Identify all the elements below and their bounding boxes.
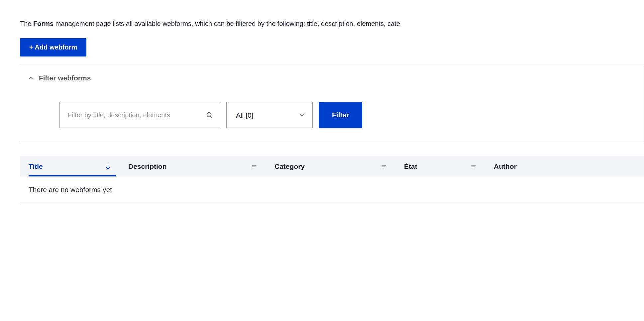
filter-panel-title: Filter webforms	[39, 74, 91, 82]
th-author[interactable]: Author	[485, 157, 520, 176]
th-category-label: Category	[274, 162, 305, 170]
sort-icon	[251, 163, 257, 169]
table-empty-row: There are no webforms yet.	[20, 176, 644, 203]
sort-icon	[381, 163, 387, 169]
th-description-label: Description	[128, 162, 167, 170]
filter-search-input[interactable]	[59, 102, 220, 128]
sort-icon	[471, 163, 477, 169]
category-select-wrapper: All [0]	[226, 102, 313, 128]
th-author-label: Author	[494, 162, 517, 170]
filter-webforms-panel: Filter webforms All [0] Filter	[20, 66, 644, 142]
intro-bold: Forms	[33, 20, 54, 27]
search-input-wrapper	[59, 102, 220, 128]
intro-suffix: management page lists all available webf…	[54, 20, 400, 27]
th-title-label: Title	[29, 162, 43, 170]
th-etat[interactable]: État	[395, 157, 485, 176]
chevron-up-icon	[28, 75, 34, 81]
intro-text: The Forms management page lists all avai…	[20, 20, 644, 28]
sort-arrow-down-icon	[105, 163, 111, 169]
webforms-table: Title Description Category État	[20, 156, 644, 203]
svg-line-1	[211, 116, 212, 118]
search-icon	[206, 111, 213, 119]
intro-prefix: The	[20, 20, 33, 27]
filter-form-row: All [0] Filter	[20, 82, 644, 128]
svg-point-0	[207, 113, 211, 117]
filter-submit-button[interactable]: Filter	[319, 102, 362, 128]
th-category[interactable]: Category	[266, 157, 395, 176]
table-header-row: Title Description Category État	[20, 156, 644, 176]
th-title[interactable]: Title	[20, 157, 120, 176]
th-etat-label: État	[404, 162, 417, 170]
category-select[interactable]: All [0]	[226, 102, 313, 128]
filter-panel-summary[interactable]: Filter webforms	[20, 66, 644, 82]
add-webform-button[interactable]: + Add webform	[20, 38, 86, 56]
th-description[interactable]: Description	[120, 157, 266, 176]
